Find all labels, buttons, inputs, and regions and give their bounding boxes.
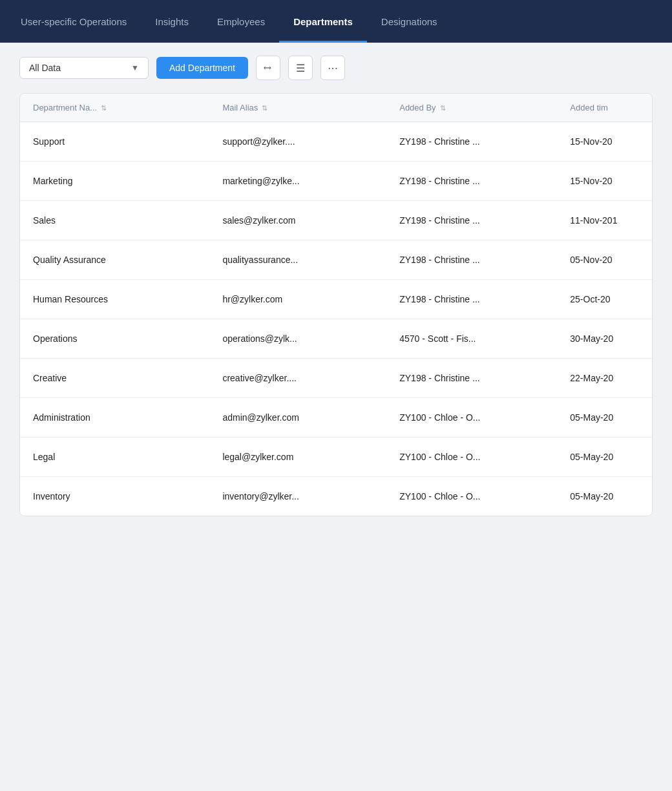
toolbar: All Data ▼ Add Department ⤢ ☰ ⋯ (0, 43, 672, 93)
cell-added-time-8: 05-May-20 (557, 438, 652, 477)
expand-icon: ⤢ (261, 61, 275, 75)
table-row[interactable]: Operationsoperations@zylk...4570 - Scott… (20, 319, 652, 359)
cell-dept-name-8: Legal (20, 438, 209, 477)
cell-mail-alias-8: legal@zylker.com (209, 438, 386, 477)
filter-dropdown[interactable]: All Data ▼ (19, 57, 149, 79)
filter-button[interactable]: ☰ (288, 56, 313, 80)
sort-icon-added-by[interactable]: ⇅ (440, 104, 446, 112)
th-added-by[interactable]: Added By⇅ (386, 94, 557, 122)
more-icon: ⋯ (328, 62, 338, 74)
cell-added-time-5: 30-May-20 (557, 319, 652, 359)
table-row[interactable]: Creativecreative@zylker....ZY198 - Chris… (20, 359, 652, 398)
cell-mail-alias-6: creative@zylker.... (209, 359, 386, 398)
cell-dept-name-5: Operations (20, 319, 209, 359)
cell-dept-name-9: Inventory (20, 477, 209, 516)
table-row[interactable]: Supportsupport@zylker....ZY198 - Christi… (20, 122, 652, 162)
cell-added-by-9: ZY100 - Chloe - O... (386, 477, 557, 516)
table-row[interactable]: Marketingmarketing@zylke...ZY198 - Chris… (20, 162, 652, 201)
cell-mail-alias-5: operations@zylk... (209, 319, 386, 359)
cell-dept-name-7: Administration (20, 398, 209, 438)
cell-added-time-7: 05-May-20 (557, 398, 652, 438)
nav-item-insights[interactable]: Insights (141, 0, 203, 43)
table-row[interactable]: Inventoryinventory@zylker...ZY100 - Chlo… (20, 477, 652, 516)
departments-table: Department Na...⇅Mail Alias⇅Added By⇅Add… (20, 94, 652, 516)
add-department-button[interactable]: Add Department (156, 57, 248, 79)
cell-added-by-1: ZY198 - Christine ... (386, 162, 557, 201)
cell-mail-alias-3: qualityassurance... (209, 240, 386, 280)
cell-added-by-7: ZY100 - Chloe - O... (386, 398, 557, 438)
cell-added-time-1: 15-Nov-20 (557, 162, 652, 201)
th-mail-alias[interactable]: Mail Alias⇅ (209, 94, 386, 122)
table-header: Department Na...⇅Mail Alias⇅Added By⇅Add… (20, 94, 652, 122)
filter-icon: ☰ (296, 62, 305, 74)
cell-added-by-0: ZY198 - Christine ... (386, 122, 557, 162)
nav-item-user-specific[interactable]: User-specific Operations (6, 0, 141, 43)
th-added-time: Added tim (557, 94, 652, 122)
cell-added-by-8: ZY100 - Chloe - O... (386, 438, 557, 477)
cell-mail-alias-1: marketing@zylke... (209, 162, 386, 201)
navbar: User-specific OperationsInsightsEmployee… (0, 0, 672, 43)
cell-dept-name-2: Sales (20, 201, 209, 240)
cell-added-time-2: 11-Nov-201 (557, 201, 652, 240)
table-row[interactable]: Administrationadmin@zylker.comZY100 - Ch… (20, 398, 652, 438)
cell-mail-alias-9: inventory@zylker... (209, 477, 386, 516)
cell-added-time-6: 22-May-20 (557, 359, 652, 398)
cell-dept-name-4: Human Resources (20, 280, 209, 319)
cell-dept-name-6: Creative (20, 359, 209, 398)
table-body: Supportsupport@zylker....ZY198 - Christi… (20, 122, 652, 516)
table-row[interactable]: Quality Assurancequalityassurance...ZY19… (20, 240, 652, 280)
table-header-row: Department Na...⇅Mail Alias⇅Added By⇅Add… (20, 94, 652, 122)
cell-added-time-0: 15-Nov-20 (557, 122, 652, 162)
cell-added-time-9: 05-May-20 (557, 477, 652, 516)
nav-item-departments[interactable]: Departments (279, 0, 367, 43)
nav-item-employees[interactable]: Employees (203, 0, 279, 43)
cell-added-by-6: ZY198 - Christine ... (386, 359, 557, 398)
expand-button[interactable]: ⤢ (256, 56, 280, 80)
departments-table-container: Department Na...⇅Mail Alias⇅Added By⇅Add… (19, 93, 653, 516)
cell-dept-name-3: Quality Assurance (20, 240, 209, 280)
cell-added-by-5: 4570 - Scott - Fis... (386, 319, 557, 359)
cell-mail-alias-7: admin@zylker.com (209, 398, 386, 438)
table-row[interactable]: Human Resourceshr@zylker.comZY198 - Chri… (20, 280, 652, 319)
cell-mail-alias-0: support@zylker.... (209, 122, 386, 162)
cell-added-by-4: ZY198 - Christine ... (386, 280, 557, 319)
cell-dept-name-0: Support (20, 122, 209, 162)
more-button[interactable]: ⋯ (320, 56, 345, 80)
nav-item-designations[interactable]: Designations (367, 0, 452, 43)
table-row[interactable]: Salessales@zylker.comZY198 - Christine .… (20, 201, 652, 240)
cell-mail-alias-2: sales@zylker.com (209, 201, 386, 240)
table-row[interactable]: Legallegal@zylker.comZY100 - Chloe - O..… (20, 438, 652, 477)
sort-icon-dept-name[interactable]: ⇅ (101, 104, 107, 112)
cell-dept-name-1: Marketing (20, 162, 209, 201)
sort-icon-mail-alias[interactable]: ⇅ (262, 104, 268, 112)
cell-added-by-3: ZY198 - Christine ... (386, 240, 557, 280)
cell-added-time-4: 25-Oct-20 (557, 280, 652, 319)
cell-added-by-2: ZY198 - Christine ... (386, 201, 557, 240)
th-dept-name[interactable]: Department Na...⇅ (20, 94, 209, 122)
cell-added-time-3: 05-Nov-20 (557, 240, 652, 280)
cell-mail-alias-4: hr@zylker.com (209, 280, 386, 319)
filter-value: All Data (29, 63, 61, 73)
chevron-down-icon: ▼ (131, 63, 139, 72)
